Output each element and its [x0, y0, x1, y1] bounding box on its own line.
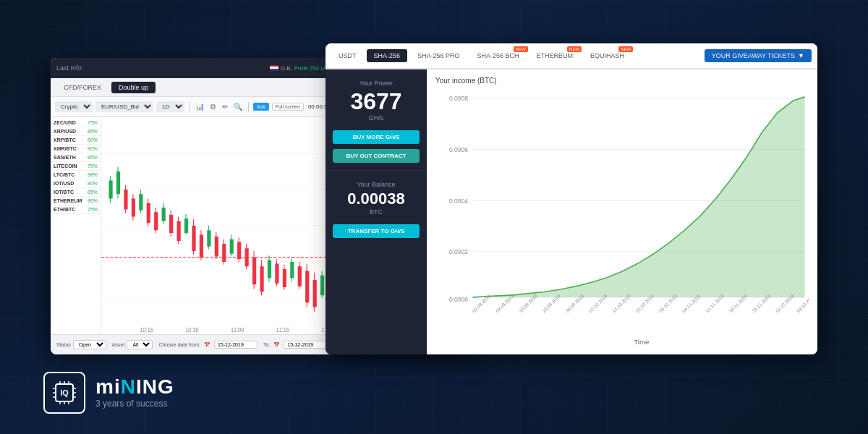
toolbar-divider-2	[248, 102, 249, 112]
brand-subtitle: 3 years of success	[95, 399, 174, 409]
mining-content: Your Power 3677 GH/s BUY MORE GH/S BUY O…	[326, 69, 817, 354]
new-badge-eth: NEW	[567, 46, 582, 52]
pair-ltc-btc[interactable]: LTC/BTC 98%	[51, 171, 101, 179]
date-to-item: To: 📅	[263, 341, 327, 349]
svg-text:Time: Time	[634, 338, 649, 346]
zoom-btn[interactable]: 🔍	[232, 102, 244, 111]
date-from-label: Choose date from:	[158, 342, 200, 347]
trader-1-name: O.B.	[281, 65, 292, 72]
asset-select-status[interactable]: All	[127, 340, 153, 349]
brand-title: miNING	[95, 377, 174, 397]
asset-label: Asset	[112, 342, 125, 347]
tab-sha256[interactable]: SHA-256	[367, 49, 408, 62]
status-label: Status	[56, 342, 71, 347]
pair-xrp-btc[interactable]: XRP/BTC 80%	[51, 136, 101, 145]
income-section: Your income (BTC) 0.0008 0.0006 0.0004 0…	[427, 69, 817, 354]
date-to-input[interactable]	[284, 341, 327, 349]
pairs-sidebar: ZEC/USD 75% XRP/USD 85% XRP/BTC 80% XMR/…	[51, 117, 101, 334]
power-unit: GH/s	[333, 114, 420, 122]
pair-select[interactable]: EUR/USD_Bid	[95, 101, 153, 112]
pair-zec-usd[interactable]: ZEC/USD 75%	[51, 119, 101, 127]
date-from-item: Choose date from: 📅	[158, 341, 258, 349]
brand-logo: IQ	[43, 372, 85, 414]
new-badge-bch: NEW	[514, 46, 528, 52]
income-svg: 0.0008 0.0006 0.0004 0.0002 0.0000	[435, 89, 809, 349]
svg-text:11:15: 11:15	[276, 327, 290, 334]
balance-value: 0.00038	[333, 191, 420, 207]
power-label: Your Power	[333, 80, 420, 87]
mining-cards: Your Power 3677 GH/s BUY MORE GH/S BUY O…	[326, 69, 427, 354]
svg-text:0.0000: 0.0000	[449, 295, 468, 302]
buy-out-button[interactable]: BUY OUT CONTRACT	[333, 149, 420, 163]
pair-litecoin[interactable]: LITECOIN 75%	[51, 162, 101, 171]
trader-1: O.B. Profit 754 USD	[270, 65, 333, 72]
chart-type-btn[interactable]: 📊	[194, 102, 205, 111]
new-badge-eq: NEW	[618, 46, 633, 52]
tab-usdt[interactable]: USDT	[331, 49, 364, 62]
svg-rect-26	[184, 218, 188, 233]
tab-equihash[interactable]: EQUIHASH NEW	[583, 49, 631, 62]
pair-xrp-usd[interactable]: XRP/USD 85%	[51, 127, 101, 136]
tab-double-up[interactable]: Double up	[111, 82, 156, 93]
svg-text:IQ: IQ	[60, 388, 69, 397]
tab-sha256-pro[interactable]: SHA-256 PRO	[410, 49, 467, 62]
svg-text:0.0004: 0.0004	[449, 197, 468, 205]
brand-text: miNING 3 years of success	[95, 377, 174, 409]
status-item: Status Open	[56, 340, 106, 349]
svg-rect-12	[132, 199, 135, 217]
svg-rect-8	[116, 171, 120, 194]
ask-button[interactable]: Ask	[253, 103, 269, 111]
svg-rect-24	[176, 221, 180, 242]
pair-ethereum[interactable]: ETHEREUM 90%	[51, 197, 101, 205]
last-info-label: Last Info:	[56, 64, 83, 72]
indicator-btn[interactable]: ⚙	[208, 102, 218, 111]
tab-cfd-forex[interactable]: CFD/FOREX	[56, 82, 109, 93]
iq-logo-svg: IQ	[50, 378, 79, 407]
transfer-button[interactable]: TRANSFER TO GH/S	[333, 224, 420, 238]
tab-sha256-bch[interactable]: SHA-256 BCH NEW	[470, 49, 527, 62]
fullscreen-button[interactable]: Full screen	[272, 103, 304, 111]
svg-rect-44	[252, 258, 256, 285]
svg-text:10:15: 10:15	[140, 327, 154, 334]
income-chart: 0.0008 0.0006 0.0004 0.0002 0.0000	[435, 89, 809, 349]
svg-text:10:30: 10:30	[185, 327, 199, 334]
income-title: Your income (BTC)	[435, 77, 809, 85]
flag-us	[270, 65, 278, 71]
mining-panel: USDT SHA-256 SHA-256 PRO SHA-256 BCH NEW…	[326, 43, 817, 354]
tab-giveaway[interactable]: YOUR GIVEAWAY TICKETS ▼	[705, 49, 812, 62]
pair-eth-btc[interactable]: ETH/BTC 75%	[51, 205, 101, 214]
status-select[interactable]: Open	[73, 340, 106, 349]
toolbar-divider-1	[189, 102, 190, 112]
svg-rect-48	[268, 260, 271, 278]
asset-item: Asset All	[112, 340, 153, 349]
svg-rect-14	[139, 194, 142, 210]
pair-xmr-btc[interactable]: XMR/BTC 90%	[51, 145, 101, 153]
svg-text:0.0002: 0.0002	[449, 248, 468, 255]
timeframe-select[interactable]: 1D	[156, 101, 184, 112]
svg-rect-46	[260, 266, 263, 292]
svg-text:11:00: 11:00	[231, 327, 244, 334]
date-to-label: To:	[263, 342, 270, 347]
asset-select[interactable]: Crypto	[55, 101, 93, 112]
draw-btn[interactable]: ✏	[221, 102, 229, 111]
svg-text:0.0008: 0.0008	[449, 95, 468, 102]
svg-text:0.0006: 0.0006	[449, 146, 468, 153]
balance-card: Your Balance 0.00038 BTC TRANSFER TO GH/…	[326, 171, 427, 354]
panels-container: Last Info: O.B. Profit 754 USD F.Q. Loss…	[51, 43, 817, 376]
chevron-down-icon: ▼	[798, 52, 804, 59]
brand-n: N	[121, 375, 136, 398]
brand-section: IQ miNING 3 years of success	[43, 372, 174, 414]
scene: Last Info: O.B. Profit 754 USD F.Q. Loss…	[0, 0, 868, 434]
tab-ethereum[interactable]: ETHEREUM NEW	[529, 49, 581, 62]
power-value: 3677	[333, 90, 420, 113]
balance-label: Your Balance	[333, 181, 420, 188]
date-from-input[interactable]	[214, 341, 258, 349]
power-card: Your Power 3677 GH/s BUY MORE GH/S BUY O…	[326, 69, 427, 171]
balance-unit: BTC	[333, 208, 420, 216]
buy-more-button[interactable]: BUY MORE GH/S	[333, 130, 420, 144]
mining-tabs: USDT SHA-256 SHA-256 PRO SHA-256 BCH NEW…	[326, 43, 817, 69]
pair-san-eth[interactable]: SAN/ETH 85%	[51, 153, 101, 162]
pair-iot-btc[interactable]: IOT/BTC 85%	[51, 188, 101, 197]
pair-iot-usd[interactable]: IOT/USD 80%	[51, 179, 101, 188]
